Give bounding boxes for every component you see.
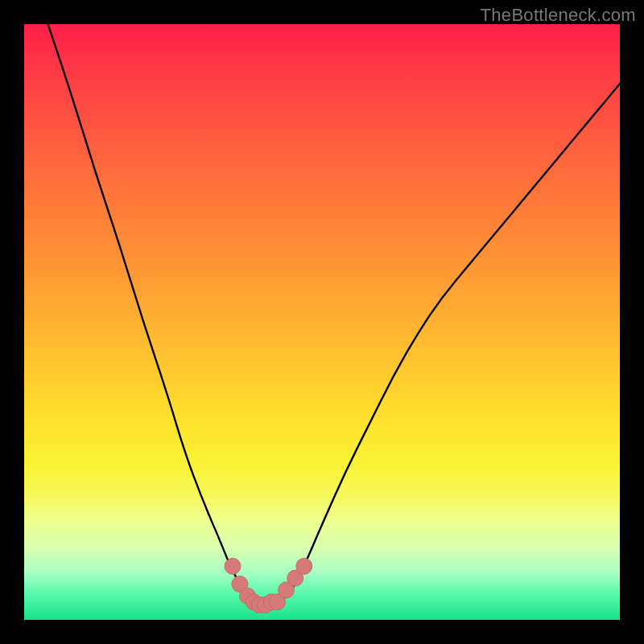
plot-area — [24, 24, 620, 620]
marker-point — [225, 558, 241, 574]
curve-markers — [225, 558, 312, 613]
curve-svg — [24, 24, 620, 620]
watermark-text: TheBottleneck.com — [481, 5, 636, 26]
bottleneck-curve — [48, 24, 620, 608]
marker-point — [296, 558, 312, 574]
chart-frame: TheBottleneck.com — [0, 0, 644, 644]
